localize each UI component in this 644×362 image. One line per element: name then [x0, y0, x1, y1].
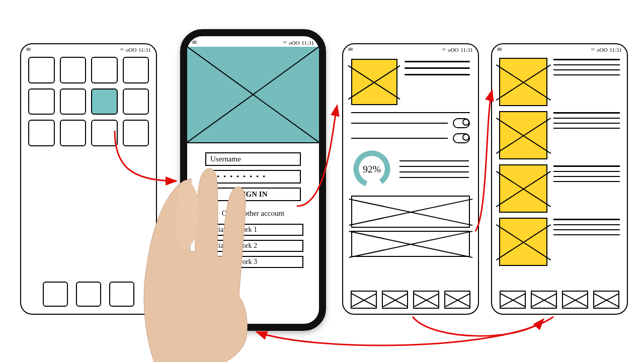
wifi-icon: ⌔ — [442, 47, 446, 53]
text-line — [351, 112, 470, 113]
tab-button[interactable] — [444, 291, 470, 309]
signal-icon: oOO — [597, 47, 607, 53]
status-bar: ✉ ⌔ oOO 11:31 — [187, 36, 319, 47]
tab-bar — [343, 291, 478, 309]
list-item[interactable] — [499, 164, 620, 213]
screen-profile: ✉ ⌔ oOO 11:31 92% — [342, 43, 479, 315]
app-icon-selected[interactable] — [91, 88, 118, 115]
thumbnail-placeholder — [499, 164, 547, 213]
screen-signin: ✉ ⌔ oOO 11:31 Username • • • • • • • • •… — [180, 29, 326, 331]
status-bar: ✉ ⌔ oOO 11:31 — [343, 44, 478, 54]
app-icon[interactable] — [28, 57, 55, 83]
app-icon[interactable] — [123, 57, 149, 83]
tab-button[interactable] — [562, 291, 588, 309]
mail-icon: ✉ — [348, 46, 353, 53]
status-bar: ✉ ⌔ oOO 11:31 — [21, 44, 156, 54]
item-text-lines — [553, 164, 620, 182]
list-item[interactable] — [499, 58, 620, 106]
signin-button[interactable]: SIGN IN — [205, 188, 301, 201]
dock-icon[interactable] — [76, 282, 101, 307]
signal-icon: oOO — [126, 47, 136, 53]
signin-form: Username • • • • • • • • • SIGN IN Or us… — [187, 143, 319, 270]
wifi-icon: ⌔ — [283, 40, 287, 46]
app-icon[interactable] — [123, 120, 149, 146]
signal-icon: oOO — [448, 47, 458, 53]
tab-button[interactable] — [382, 291, 408, 309]
wifi-icon: ⌔ — [591, 47, 595, 53]
clock: 11:31 — [138, 47, 151, 53]
toggle-switch[interactable] — [453, 118, 470, 128]
mail-icon: ✉ — [192, 39, 197, 46]
app-icon[interactable] — [123, 88, 149, 115]
progress-text-lines — [399, 160, 469, 178]
tab-button[interactable] — [500, 291, 526, 309]
app-icon[interactable] — [60, 88, 87, 115]
dock — [21, 282, 156, 307]
clock: 11:31 — [609, 47, 622, 53]
settings-rows — [343, 110, 478, 145]
username-field[interactable]: Username — [205, 152, 301, 166]
screen-home: ✉ ⌔ oOO 11:31 — [20, 43, 157, 315]
tab-button[interactable] — [593, 291, 619, 309]
app-icon[interactable] — [60, 57, 87, 83]
wireframe-flow-diagram: ✉ ⌔ oOO 11:31 — [0, 0, 644, 362]
signal-icon: oOO — [289, 40, 299, 46]
list-item[interactable] — [499, 111, 620, 159]
app-icon[interactable] — [28, 120, 55, 146]
profile-header — [343, 54, 478, 110]
alt-caption: Or use other account — [222, 209, 285, 218]
item-text-lines — [553, 218, 620, 235]
item-text-lines — [553, 58, 620, 75]
setting-row — [351, 118, 470, 128]
feed-list — [492, 54, 627, 270]
thumbnail-placeholder — [499, 111, 547, 159]
progress-value: 92% — [363, 164, 381, 174]
avatar-placeholder[interactable] — [351, 59, 397, 105]
progress-ring-icon: 92% — [352, 149, 391, 189]
toggle-switch[interactable] — [453, 133, 470, 143]
app-icon[interactable] — [60, 120, 87, 146]
hero-image-placeholder — [187, 47, 319, 143]
clock: 11:31 — [460, 47, 473, 53]
app-icon[interactable] — [91, 120, 118, 146]
mail-icon: ✉ — [497, 46, 502, 53]
setting-row — [351, 133, 470, 143]
wifi-icon: ⌔ — [120, 47, 124, 53]
item-text-lines — [553, 111, 620, 129]
mail-icon: ✉ — [26, 46, 31, 53]
social-login-1[interactable]: Social Network 1 — [203, 224, 303, 236]
tab-button[interactable] — [413, 291, 439, 309]
app-icon[interactable] — [91, 57, 118, 83]
progress-section: 92% — [343, 145, 478, 193]
thumbnail-placeholder — [499, 218, 547, 266]
dock-icon[interactable] — [43, 282, 68, 307]
status-bar: ✉ ⌔ oOO 11:31 — [492, 44, 627, 54]
profile-title-lines — [405, 59, 470, 105]
app-icon-grid — [21, 54, 156, 149]
tab-bar — [492, 291, 627, 309]
dock-icon[interactable] — [109, 282, 134, 307]
social-login-3[interactable]: Social Network 3 — [203, 256, 303, 268]
password-field[interactable]: • • • • • • • • • — [205, 170, 301, 184]
tab-button[interactable] — [351, 291, 377, 309]
thumbnail-placeholder — [499, 58, 547, 106]
screen-feed: ✉ ⌔ oOO 11:31 — [491, 43, 628, 315]
tab-button[interactable] — [531, 291, 557, 309]
banner-placeholder[interactable] — [351, 196, 470, 228]
clock: 11:31 — [301, 40, 314, 46]
social-login-2[interactable]: Social Network 2 — [203, 240, 303, 252]
app-icon[interactable] — [28, 88, 55, 115]
list-item[interactable] — [499, 218, 620, 266]
banner-placeholder[interactable] — [351, 231, 470, 257]
